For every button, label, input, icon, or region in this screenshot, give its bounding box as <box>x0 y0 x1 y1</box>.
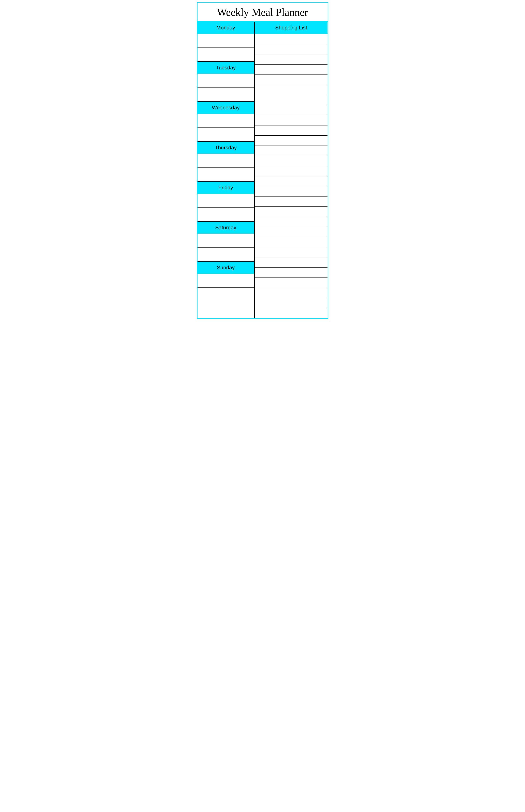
day-header-sunday: Sunday <box>197 262 254 274</box>
shopping-row-21[interactable] <box>255 237 328 247</box>
shopping-row-16[interactable] <box>255 186 328 197</box>
days-column: Monday Tuesday Wednesday Thursday Friday… <box>197 22 255 318</box>
shopping-row-9[interactable] <box>255 115 328 126</box>
shopping-row-12[interactable] <box>255 146 328 156</box>
shopping-row-24[interactable] <box>255 267 328 278</box>
shopping-row-8[interactable] <box>255 105 328 115</box>
thursday-row-2[interactable] <box>197 168 254 182</box>
monday-row-2[interactable] <box>197 48 254 62</box>
page-title: Weekly Meal Planner <box>197 3 328 22</box>
shopping-row-22[interactable] <box>255 247 328 257</box>
sunday-row-1[interactable] <box>197 274 254 288</box>
wednesday-row-1[interactable] <box>197 114 254 128</box>
shopping-column: Shopping List <box>255 22 328 318</box>
shopping-row-27[interactable] <box>255 298 328 308</box>
shopping-row-11[interactable] <box>255 135 328 146</box>
shopping-row-18[interactable] <box>255 207 328 217</box>
shopping-row-10[interactable] <box>255 126 328 135</box>
shopping-row-5[interactable] <box>255 75 328 85</box>
shopping-list-header: Shopping List <box>255 22 328 34</box>
shopping-row-25[interactable] <box>255 278 328 288</box>
day-header-monday: Monday <box>197 22 254 34</box>
planner-container: Weekly Meal Planner Monday Tuesday Wedne… <box>197 2 328 319</box>
shopping-row-1[interactable] <box>255 34 328 44</box>
shopping-row-15[interactable] <box>255 176 328 186</box>
shopping-row-3[interactable] <box>255 54 328 64</box>
day-header-wednesday: Wednesday <box>197 102 254 114</box>
day-header-tuesday: Tuesday <box>197 62 254 74</box>
day-header-friday: Friday <box>197 182 254 194</box>
saturday-row-2[interactable] <box>197 248 254 262</box>
wednesday-row-2[interactable] <box>197 128 254 142</box>
shopping-row-17[interactable] <box>255 197 328 207</box>
shopping-row-2[interactable] <box>255 44 328 54</box>
shopping-row-7[interactable] <box>255 95 328 105</box>
tuesday-row-1[interactable] <box>197 74 254 88</box>
shopping-row-26[interactable] <box>255 288 328 298</box>
friday-row-2[interactable] <box>197 208 254 222</box>
shopping-row-4[interactable] <box>255 64 328 75</box>
sunday-row-2[interactable] <box>197 288 254 302</box>
monday-row-1[interactable] <box>197 34 254 48</box>
shopping-row-20[interactable] <box>255 227 328 237</box>
thursday-row-1[interactable] <box>197 154 254 168</box>
friday-row-1[interactable] <box>197 194 254 208</box>
shopping-row-13[interactable] <box>255 156 328 166</box>
planner-body: Monday Tuesday Wednesday Thursday Friday… <box>197 22 328 318</box>
saturday-row-1[interactable] <box>197 234 254 248</box>
shopping-row-19[interactable] <box>255 217 328 227</box>
day-header-thursday: Thursday <box>197 142 254 154</box>
shopping-row-28[interactable] <box>255 308 328 318</box>
shopping-row-14[interactable] <box>255 166 328 176</box>
day-header-saturday: Saturday <box>197 222 254 234</box>
shopping-row-23[interactable] <box>255 257 328 267</box>
tuesday-row-2[interactable] <box>197 88 254 102</box>
shopping-row-6[interactable] <box>255 85 328 95</box>
